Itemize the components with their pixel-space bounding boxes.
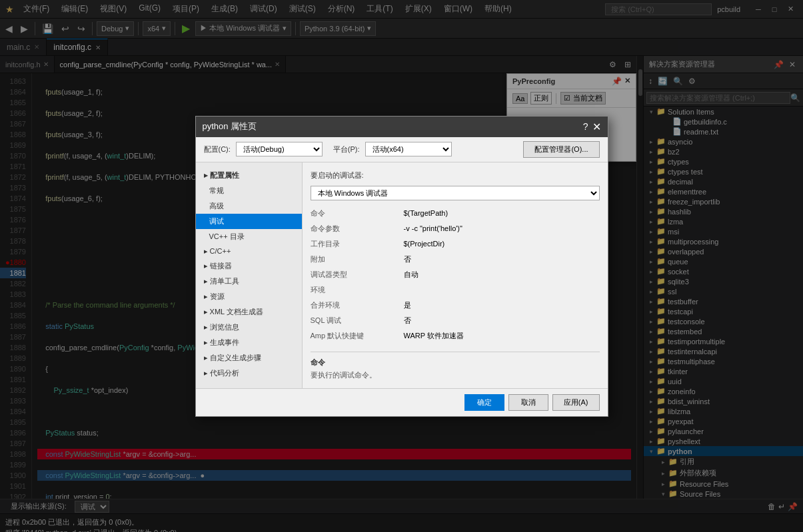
dialog-section-xmldoc[interactable]: ▸ XML 文档生成器 [196,304,302,320]
prop-row-env: 环境 [311,285,600,295]
dialog-title-label: python 属性页 [203,121,257,133]
platform-select[interactable]: 活动(x64) [365,142,452,156]
prop-val-workdir: $(ProjectDir) [404,240,600,248]
dialog-section-analysis[interactable]: ▸ 代码分析 [196,366,302,381]
prop-label-command: 命令 [311,208,404,218]
dialog-right-content: 要启动的调试器: 本地 Windows 调试器 命令 $(TargetPath)… [303,162,608,388]
prop-val-sql: 否 [404,316,600,326]
prop-val-debugger-type: 自动 [404,270,600,280]
dialog-section-browse[interactable]: ▸ 浏览信息 [196,320,302,335]
prop-val-amp: WARP 软件加速器 [404,331,600,341]
prop-row-args: 命令参数 -v -c "print('hello')" [311,224,600,234]
config-manager-btn[interactable]: 配置管理器(O)... [523,141,599,158]
properties-dialog: python 属性页 ? ✕ 配置(C): 活动(Debug) 平台(P): 活… [195,116,608,417]
config-select[interactable]: 活动(Debug) [236,142,323,156]
prop-val-args: -v -c "print('hello')" [404,224,600,232]
dialog-cancel-btn[interactable]: 取消 [508,394,548,411]
debugger-type-select[interactable]: 本地 Windows 调试器 [311,186,600,200]
prop-val-command: $(TargetPath) [404,209,600,217]
dialog-section-manifest[interactable]: ▸ 清单工具 [196,274,302,289]
description-header: 命令 [311,358,600,368]
dialog-body: ▸ 配置属性 常规 高级 调试 VC++ 目录 ▸ C/C++ ▸ 链接器 ▸ … [196,162,608,388]
description-text: 要执行的调试命令。 [311,370,600,380]
dialog-ok-btn[interactable]: 确定 [464,394,504,411]
prop-label-debugger-type: 调试器类型 [311,270,404,280]
prop-label-attach: 附加 [311,254,404,264]
dialog-apply-btn[interactable]: 应用(A) [552,394,600,411]
dialog-footer: 确定 取消 应用(A) [196,388,608,416]
dialog-left-nav: ▸ 配置属性 常规 高级 调试 VC++ 目录 ▸ C/C++ ▸ 链接器 ▸ … [196,162,303,388]
properties-table: 命令 $(TargetPath) 命令参数 -v -c "print('hell… [311,208,600,341]
config-label: 配置(C): [204,144,231,154]
platform-label: 平台(P): [333,144,360,154]
prop-row-attach: 附加 否 [311,254,600,264]
prop-label-merge-env: 合并环境 [311,300,404,310]
dialog-section-advanced[interactable]: 高级 [196,198,302,214]
prop-label-workdir: 工作目录 [311,239,404,249]
prop-label-sql: SQL 调试 [311,316,404,326]
dialog-section-general[interactable]: 常规 [196,183,302,198]
dialog-section-custom[interactable]: ▸ 自定义生成步骤 [196,350,302,366]
dialog-section-resources[interactable]: ▸ 资源 [196,289,302,304]
debugger-header: 要启动的调试器: [311,170,600,180]
prop-row-sql: SQL 调试 否 [311,316,600,326]
dialog-section-config[interactable]: ▸ 配置属性 [196,168,302,183]
dialog-section-vcpp[interactable]: VC++ 目录 [196,229,302,244]
dialog-config-row: 配置(C): 活动(Debug) 平台(P): 活动(x64) 配置管理器(O)… [196,137,608,162]
prop-row-debugger-type: 调试器类型 自动 [311,270,600,280]
prop-label-amp: Amp 默认快捷键 [311,331,404,341]
prop-row-command: 命令 $(TargetPath) [311,208,600,218]
dialog-section-debug[interactable]: 调试 [196,214,302,229]
dialog-section-cpp[interactable]: ▸ C/C++ [196,244,302,258]
dialog-help-icon[interactable]: ? [583,121,588,132]
dialog-description-area: 命令 要执行的调试命令。 [311,352,600,380]
dialog-title-bar: python 属性页 ? ✕ [196,117,608,137]
prop-label-args: 命令参数 [311,224,404,234]
prop-label-env: 环境 [311,285,404,295]
prop-val-attach: 否 [404,254,600,264]
prop-row-amp: Amp 默认快捷键 WARP 软件加速器 [311,331,600,341]
prop-val-merge-env: 是 [404,300,600,310]
dialog-close-icon[interactable]: ✕ [592,121,601,133]
dialog-overlay: python 属性页 ? ✕ 配置(C): 活动(Debug) 平台(P): 活… [0,0,803,532]
dialog-section-events[interactable]: ▸ 生成事件 [196,335,302,350]
prop-row-workdir: 工作目录 $(ProjectDir) [311,239,600,249]
dialog-section-linker[interactable]: ▸ 链接器 [196,258,302,274]
prop-row-merge-env: 合并环境 是 [311,300,600,310]
